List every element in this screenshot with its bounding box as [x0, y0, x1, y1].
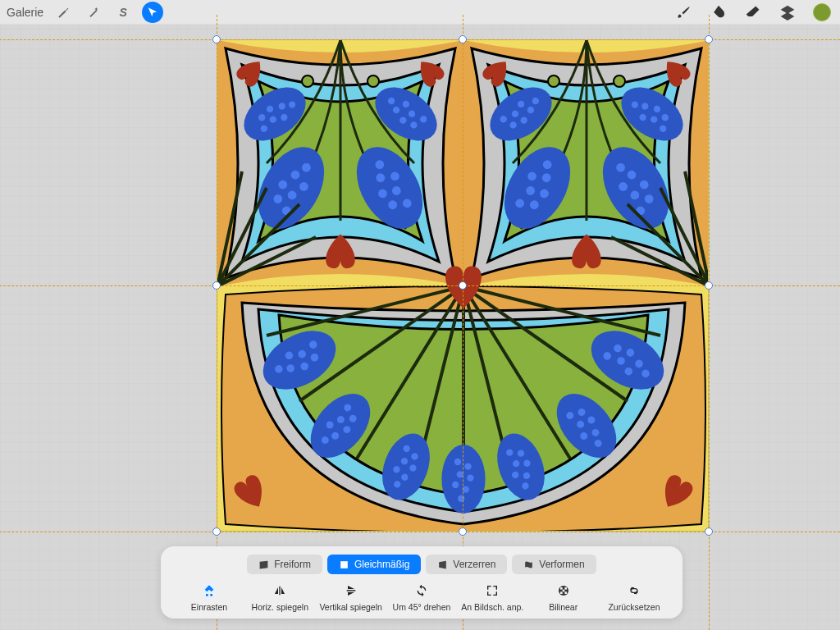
- action-reset[interactable]: Zurücksetzen: [599, 582, 669, 612]
- action-snap[interactable]: Einrasten: [174, 582, 244, 612]
- handle-br[interactable]: [705, 527, 713, 536]
- smudge-button[interactable]: [707, 1, 730, 24]
- transform-panel: Freiform Gleichmäßig Verzerren Verformen…: [161, 546, 682, 619]
- wand-icon: [87, 6, 100, 19]
- layers-icon: [779, 4, 796, 21]
- warp-icon: [523, 559, 534, 570]
- transform-button[interactable]: [142, 2, 163, 23]
- adjustments-button[interactable]: [83, 2, 104, 23]
- handle-tm[interactable]: [459, 35, 467, 43]
- interp-icon: [557, 584, 570, 597]
- svg-rect-12: [340, 561, 348, 568]
- selection-guide-mid-v: [463, 15, 463, 630]
- freeform-icon: [258, 559, 269, 570]
- mode-freeform-label: Freiform: [274, 559, 311, 570]
- wrench-icon: [57, 6, 71, 19]
- selection-guide-bottom: [0, 532, 840, 532]
- flip-v-icon: [345, 583, 358, 598]
- mode-freeform[interactable]: Freiform: [247, 555, 322, 574]
- selection-guide-right: [709, 15, 710, 630]
- reset-icon: [627, 585, 641, 596]
- mode-uniform[interactable]: Gleichmäßig: [327, 555, 421, 574]
- selection-guide-top: [0, 39, 840, 40]
- mode-distort-label: Verzerren: [453, 559, 495, 570]
- rotate-icon: [415, 584, 428, 597]
- svg-rect-15: [564, 587, 567, 590]
- actions-button[interactable]: [53, 2, 75, 23]
- top-toolbar: Galerie S: [0, 0, 840, 25]
- action-flip-h[interactable]: Horiz. spiegeln: [244, 582, 315, 612]
- selection-s-icon: S: [119, 6, 126, 19]
- svg-rect-14: [560, 587, 563, 590]
- selection-guide-mid-h: [0, 285, 840, 286]
- action-rotate-45-label: Um 45° drehen: [393, 602, 451, 612]
- handle-bm[interactable]: [459, 527, 467, 536]
- handle-tl[interactable]: [212, 35, 221, 43]
- action-flip-v-label: Vertikal spiegeln: [319, 602, 381, 612]
- action-snap-label: Einrasten: [191, 602, 227, 612]
- svg-rect-16: [562, 590, 564, 592]
- handle-ml[interactable]: [212, 281, 221, 290]
- layers-button[interactable]: [776, 1, 799, 24]
- action-fit[interactable]: An Bildsch. anp.: [457, 582, 527, 612]
- transform-mode-segment: Freiform Gleichmäßig Verzerren Verformen: [172, 555, 671, 574]
- handle-mr[interactable]: [705, 281, 713, 290]
- canvas-stage[interactable]: Freiform Gleichmäßig Verzerren Verformen…: [0, 25, 840, 630]
- mode-warp-label: Verformen: [539, 559, 584, 570]
- uniform-icon: [339, 559, 349, 570]
- action-interpolation[interactable]: Bilinear: [528, 582, 599, 612]
- selection-guide-left: [217, 15, 217, 630]
- eraser-button[interactable]: [742, 1, 765, 24]
- svg-rect-18: [564, 591, 567, 594]
- mode-distort[interactable]: Verzerren: [426, 555, 507, 574]
- gallery-link[interactable]: Galerie: [7, 6, 43, 19]
- flip-h-icon: [272, 584, 287, 597]
- magnet-icon: [203, 584, 216, 597]
- brush-icon: [676, 4, 692, 21]
- action-flip-h-label: Horiz. spiegeln: [252, 602, 308, 612]
- handle-tr[interactable]: [705, 35, 713, 43]
- action-interpolation-label: Bilinear: [549, 602, 578, 612]
- handle-center[interactable]: [459, 281, 467, 290]
- svg-rect-17: [560, 591, 563, 594]
- fit-icon: [486, 584, 499, 597]
- mode-warp[interactable]: Verformen: [512, 555, 596, 574]
- mode-uniform-label: Gleichmäßig: [354, 559, 409, 570]
- eraser-icon: [745, 4, 761, 21]
- transform-actions: Einrasten Horiz. spiegeln Vertikal spieg…: [172, 582, 671, 612]
- color-button[interactable]: [810, 1, 833, 24]
- action-reset-label: Zurücksetzen: [608, 602, 660, 612]
- cursor-icon: [147, 7, 158, 18]
- artboard-selection[interactable]: [217, 39, 709, 532]
- action-fit-label: An Bildsch. anp.: [461, 602, 523, 612]
- action-rotate-45[interactable]: Um 45° drehen: [386, 582, 457, 612]
- handle-bl[interactable]: [212, 527, 221, 536]
- action-flip-v[interactable]: Vertikal spiegeln: [316, 582, 386, 612]
- distort-icon: [437, 559, 448, 570]
- selection-button[interactable]: S: [112, 2, 134, 23]
- smudge-icon: [710, 4, 727, 21]
- brush-button[interactable]: [673, 1, 696, 24]
- color-swatch-icon: [813, 3, 831, 21]
